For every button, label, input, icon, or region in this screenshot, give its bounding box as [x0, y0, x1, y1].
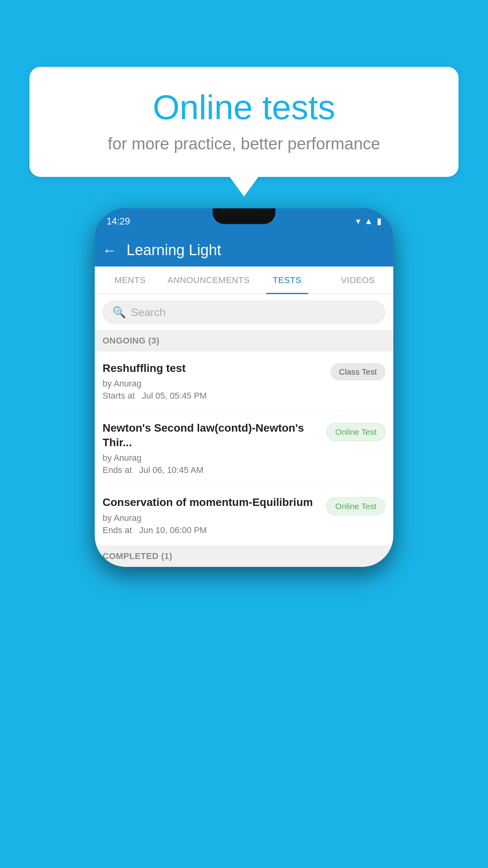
test-author-3: by Anurag	[103, 513, 320, 523]
test-title-1: Reshuffling test	[103, 361, 325, 375]
battery-icon: ▮	[377, 216, 382, 226]
phone-screen: ← Learning Light MENTS ANNOUNCEMENTS TES…	[95, 234, 393, 567]
signal-icon: ▲	[364, 216, 373, 226]
phone-frame: 14:29 ▾ ▲ ▮ ← Learning Light MENTS ANNOU…	[95, 208, 393, 567]
test-item-2[interactable]: Newton's Second law(contd)-Newton's Thir…	[95, 411, 393, 485]
tab-ments[interactable]: MENTS	[95, 267, 165, 294]
completed-section-header: COMPLETED (1)	[95, 546, 393, 567]
tab-bar: MENTS ANNOUNCEMENTS TESTS VIDEOS	[95, 267, 393, 294]
search-container: 🔍 Search	[95, 294, 393, 330]
search-input[interactable]: Search	[131, 306, 166, 319]
test-info-3: Conservation of momentum-Equilibrium by …	[103, 495, 326, 535]
test-item-1[interactable]: Reshuffling test by Anurag Starts at Jul…	[95, 351, 393, 411]
ongoing-section-header: ONGOING (3)	[95, 330, 393, 351]
promo-subtitle: for more practice, better performance	[53, 134, 435, 153]
test-author-1: by Anurag	[103, 379, 325, 389]
test-author-2: by Anurag	[103, 453, 320, 463]
status-icons: ▾ ▲ ▮	[356, 216, 382, 226]
test-badge-3: Online Test	[326, 497, 385, 515]
test-info-2: Newton's Second law(contd)-Newton's Thir…	[103, 421, 326, 475]
search-icon: 🔍	[112, 306, 126, 319]
test-badge-1: Class Test	[330, 363, 385, 381]
app-header: ← Learning Light	[95, 234, 393, 267]
tab-tests[interactable]: TESTS	[252, 267, 323, 294]
test-time-1: Starts at Jul 05, 05:45 PM	[103, 391, 325, 401]
test-time-2: Ends at Jul 06, 10:45 AM	[103, 465, 320, 475]
status-bar: 14:29 ▾ ▲ ▮	[95, 208, 393, 234]
back-button[interactable]: ←	[103, 242, 117, 259]
app-title: Learning Light	[127, 242, 221, 259]
test-time-3: Ends at Jun 10, 06:00 PM	[103, 525, 320, 535]
promo-card: Online tests for more practice, better p…	[29, 67, 459, 177]
test-title-2: Newton's Second law(contd)-Newton's Thir…	[103, 421, 320, 450]
tab-videos[interactable]: VIDEOS	[323, 267, 393, 294]
tab-announcements[interactable]: ANNOUNCEMENTS	[165, 267, 251, 294]
promo-title: Online tests	[53, 88, 435, 127]
wifi-icon: ▾	[356, 216, 360, 226]
test-badge-2: Online Test	[326, 423, 385, 441]
time-display: 14:29	[106, 216, 130, 227]
test-item-3[interactable]: Conservation of momentum-Equilibrium by …	[95, 485, 393, 545]
test-title-3: Conservation of momentum-Equilibrium	[103, 495, 320, 509]
test-info-1: Reshuffling test by Anurag Starts at Jul…	[103, 361, 330, 401]
search-bar[interactable]: 🔍 Search	[103, 300, 385, 324]
phone-mockup: 14:29 ▾ ▲ ▮ ← Learning Light MENTS ANNOU…	[95, 208, 393, 567]
